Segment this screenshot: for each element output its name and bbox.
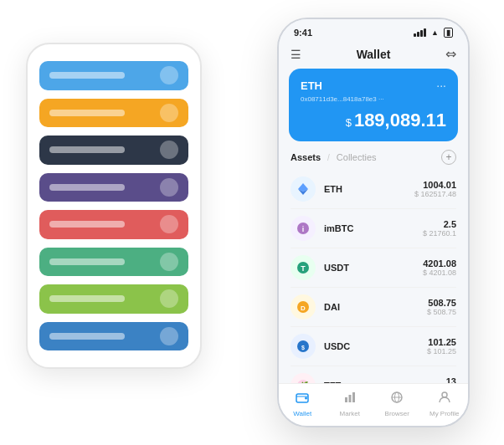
card-item[interactable] (39, 322, 188, 351)
balance-amount: 189,089.11 (354, 110, 446, 130)
card-item[interactable] (39, 61, 188, 90)
card-icon (160, 141, 178, 159)
asset-icon-usdc: $ (291, 334, 316, 359)
asset-item-usdc[interactable]: $ USDC 101.25 $ 101.25 (291, 327, 456, 366)
status-icons: ▲ ▮ (414, 28, 453, 38)
asset-list: ETH 1004.01 $ 162517.48 i imBTC 2.5 $ 21… (279, 170, 468, 383)
svg-text:$: $ (301, 345, 305, 351)
card-icon (160, 104, 178, 122)
card-item[interactable] (39, 284, 188, 314)
card-icon (160, 289, 178, 308)
nav-header: ☰ Wallet ⇔ (279, 41, 468, 69)
browser-nav-icon (390, 391, 404, 407)
card-icon (160, 66, 178, 84)
page-title: Wallet (357, 48, 391, 61)
card-label (49, 221, 125, 228)
card-item[interactable] (39, 248, 188, 277)
nav-item-browser[interactable]: Browser (373, 391, 421, 417)
asset-usd-dai: $ 508.75 (427, 308, 456, 316)
card-label (49, 110, 125, 116)
card-label (49, 258, 125, 265)
market-nav-label: Market (340, 410, 360, 417)
card-item[interactable] (39, 173, 188, 202)
eth-card-more-button[interactable]: ··· (436, 79, 446, 92)
svg-text:D: D (301, 304, 306, 312)
asset-item-tft[interactable]: 🌿 TFT 13 0 (291, 366, 456, 383)
market-nav-icon (343, 391, 357, 407)
asset-item-imbtc[interactable]: i imBTC 2.5 $ 21760.1 (291, 209, 456, 248)
add-asset-button[interactable]: + (441, 150, 456, 165)
wallet-nav-label: Wallet (293, 410, 311, 417)
phone-front: 9:41 ▲ ▮ ☰ Wallet ⇔ ETH ··· (277, 18, 470, 427)
nav-item-market[interactable]: Market (327, 391, 374, 417)
wifi-icon: ▲ (431, 28, 439, 37)
card-icon (160, 215, 178, 233)
asset-values-tft: 13 0 (446, 376, 456, 383)
svg-text:i: i (302, 225, 305, 233)
card-icon (160, 327, 178, 345)
bottom-nav: Wallet Market Browser My Profile (279, 383, 468, 426)
expand-icon[interactable]: ⇔ (445, 46, 456, 62)
asset-name-usdt: USDT (324, 263, 414, 273)
asset-usd-eth: $ 162517.48 (414, 190, 456, 198)
asset-amount-usdt: 4201.08 (423, 258, 456, 269)
menu-icon[interactable]: ☰ (291, 48, 301, 61)
currency-symbol: $ (346, 116, 352, 129)
svg-rect-14 (348, 395, 351, 402)
eth-card[interactable]: ETH ··· 0x08711d3e...8418a78e3 ··· $189,… (289, 69, 458, 141)
asset-icon-dai: D (291, 294, 316, 320)
eth-card-address: 0x08711d3e...8418a78e3 ··· (301, 95, 446, 103)
eth-card-title: ETH (301, 79, 322, 92)
asset-name-imbtc: imBTC (324, 223, 414, 233)
tab-assets[interactable]: Assets (291, 152, 321, 162)
asset-amount-eth: 1004.01 (414, 180, 456, 190)
card-item[interactable] (39, 210, 188, 239)
tab-collectibles[interactable]: Collecties (337, 152, 377, 162)
asset-values-eth: 1004.01 $ 162517.48 (414, 180, 456, 198)
asset-icon-usdt: T (291, 255, 316, 280)
asset-values-imbtc: 2.5 $ 21760.1 (423, 219, 456, 238)
asset-name-dai: DAI (324, 302, 419, 312)
asset-icon-eth (291, 176, 316, 202)
svg-text:T: T (301, 264, 306, 273)
signal-icon (414, 28, 426, 37)
card-item[interactable] (39, 136, 188, 165)
phone-back (26, 43, 202, 369)
card-label (49, 146, 125, 153)
card-label (49, 333, 125, 340)
asset-icon-imbtc: i (291, 216, 316, 241)
card-icon (160, 178, 178, 197)
battery-icon: ▮ (444, 28, 453, 38)
card-item[interactable] (39, 99, 188, 128)
asset-values-usdt: 4201.08 $ 4201.08 (423, 258, 456, 277)
svg-rect-13 (345, 397, 347, 402)
svg-rect-15 (352, 392, 355, 402)
asset-amount-dai: 508.75 (427, 298, 456, 308)
tab-separator: / (327, 153, 330, 162)
svg-point-19 (442, 392, 447, 397)
asset-usd-usdc: $ 101.25 (427, 347, 456, 355)
asset-values-usdc: 101.25 $ 101.25 (427, 337, 456, 355)
asset-usd-usdt: $ 4201.08 (423, 269, 456, 277)
asset-name-eth: ETH (324, 184, 406, 194)
asset-amount-imbtc: 2.5 (423, 219, 456, 229)
asset-icon-tft: 🌿 (291, 373, 316, 383)
assets-header: Assets / Collecties + (279, 141, 468, 170)
asset-item-usdt[interactable]: T USDT 4201.08 $ 4201.08 (291, 248, 456, 288)
asset-item-eth[interactable]: ETH 1004.01 $ 162517.48 (291, 170, 456, 209)
nav-item-wallet[interactable]: Wallet (279, 391, 327, 417)
eth-card-header: ETH ··· (301, 79, 446, 92)
nav-item-profile[interactable]: My Profile (421, 391, 469, 417)
status-bar: 9:41 ▲ ▮ (279, 19, 468, 41)
asset-amount-usdc: 101.25 (427, 337, 456, 347)
assets-tabs: Assets / Collecties (291, 152, 377, 162)
card-icon (160, 253, 178, 271)
wallet-nav-icon (296, 391, 309, 407)
asset-name-usdc: USDC (324, 341, 419, 351)
asset-values-dai: 508.75 $ 508.75 (427, 298, 456, 316)
asset-item-dai[interactable]: D DAI 508.75 $ 508.75 (291, 288, 456, 327)
asset-usd-imbtc: $ 21760.1 (423, 229, 456, 238)
profile-nav-label: My Profile (429, 410, 460, 417)
card-label (49, 295, 125, 302)
profile-nav-icon (438, 391, 451, 407)
